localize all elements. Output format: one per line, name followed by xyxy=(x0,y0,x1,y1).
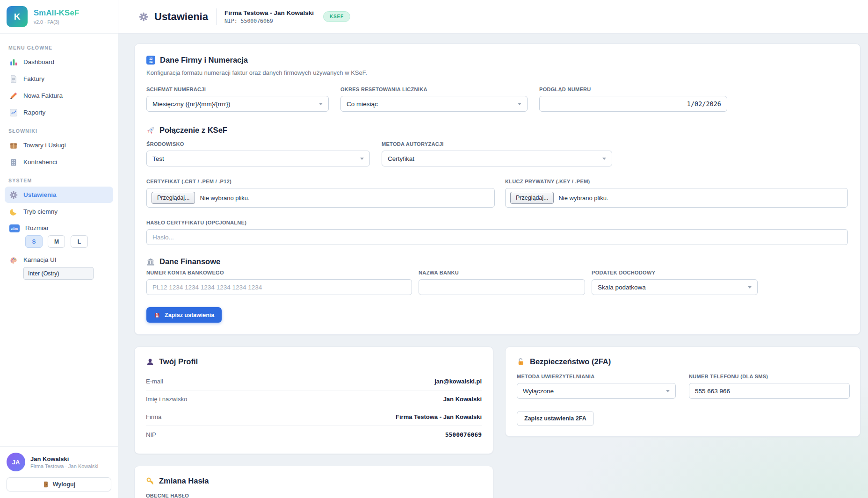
bank-name-input[interactable] xyxy=(419,279,585,295)
key-icon xyxy=(146,477,154,485)
profile-row-value: jan@kowalski.pl xyxy=(434,378,482,385)
profile-row-label: Imię i nazwisko xyxy=(146,396,187,403)
certificate-label: CERTYFIKAT (.CRT / .PEM / .P12) xyxy=(146,179,495,184)
header-company: Firma Testowa - Jan Kowalski xyxy=(224,9,314,16)
divider xyxy=(216,8,217,25)
password-title-row: Zmiana Hasła xyxy=(146,476,482,485)
reset-period-select[interactable]: Co miesiąc xyxy=(340,96,528,112)
size-button-s[interactable]: S xyxy=(25,235,43,248)
sidebar-item-label: Raporty xyxy=(23,109,45,116)
profile-row-label: NIP xyxy=(146,431,156,438)
private-key-file-input[interactable]: Przeglądaj... Nie wybrano pliku. xyxy=(505,188,848,208)
bank-account-input[interactable] xyxy=(146,279,412,295)
numbering-scheme-select[interactable]: Miesięczny ({nr}/{mm}/{rrrr}) xyxy=(146,96,329,112)
sidebar-item-kontrahenci[interactable]: Kontrahenci xyxy=(5,154,113,170)
save-settings-button[interactable]: Zapisz ustawienia xyxy=(146,307,222,323)
number-preview-label: PODGLĄD NUMERU xyxy=(539,87,727,92)
moon-icon xyxy=(9,208,18,216)
schema-label: SCHEMAT NUMERACJI xyxy=(146,87,329,92)
palette-icon xyxy=(9,256,18,265)
private-key-browse-button[interactable]: Przeglądaj... xyxy=(510,192,554,204)
bar-chart-icon xyxy=(9,58,18,66)
pencil-icon xyxy=(9,92,18,100)
profile-row-email: E-mail jan@kowalski.pl xyxy=(146,373,482,390)
sidebar-item-nowa-faktura[interactable]: Nowa Faktura xyxy=(5,87,113,104)
brand-logo: K xyxy=(7,6,28,27)
sidebar-user-box: JA Jan Kowalski Firma Testowa - Jan Kowa… xyxy=(0,446,118,498)
brand-name: SmAll-KSeF xyxy=(34,8,79,18)
twofa-method-label: METODA UWIERZYTELNIANIA xyxy=(517,374,676,379)
income-tax-select[interactable]: Skala podatkowa xyxy=(592,279,758,295)
main-area: Ustawienia Firma Testowa - Jan Kowalski … xyxy=(118,0,868,498)
environment-select[interactable]: Test xyxy=(146,151,370,166)
content: 1234 Dane Firmy i Numeracja Konfiguracja… xyxy=(118,34,868,498)
sidebar-item-towary[interactable]: Towary i Usługi xyxy=(5,137,113,153)
profile-title: Twój Profil xyxy=(159,357,198,366)
settings-card: 1234 Dane Firmy i Numeracja Konfiguracja… xyxy=(134,43,861,335)
theme-select[interactable]: Inter (Ostry) xyxy=(23,267,94,280)
certificate-file-input[interactable]: Przeglądaj... Nie wybrano pliku. xyxy=(146,188,495,208)
size-button-l[interactable]: L xyxy=(71,235,88,248)
ksef-section-title-row: Połączenie z KSeF xyxy=(146,126,848,135)
bank-account-label: NUMER KONTA BANKOWEGO xyxy=(146,270,412,275)
profile-row-value: 5500076069 xyxy=(445,431,482,438)
number-preview-input[interactable] xyxy=(539,96,727,112)
certificate-browse-button[interactable]: Przeglądaj... xyxy=(152,192,195,204)
save-settings-label: Zapisz ustawienia xyxy=(165,312,214,318)
income-tax-label: PODATEK DOCHODOWY xyxy=(592,270,758,275)
avatar: JA xyxy=(7,453,25,471)
twofa-method-select[interactable]: Wyłączone xyxy=(517,383,676,399)
size-label: Rozmiar xyxy=(25,224,91,231)
sidebar-item-tryb-ciemny[interactable]: Tryb ciemny xyxy=(5,203,113,220)
auth-method-label: METODA AUTORYZACJI xyxy=(382,141,612,147)
user-company: Firma Testowa - Jan Kowalski xyxy=(30,463,98,469)
brand-version: v2.0 · FA(3) xyxy=(34,19,79,25)
profile-row-company: Firma Firma Testowa - Jan Kowalski xyxy=(146,408,482,426)
firm-section-title-row: 1234 Dane Firmy i Numeracja xyxy=(146,56,848,65)
chevron-down-icon xyxy=(602,158,606,160)
profile-row-value: Firma Testowa - Jan Kowalski xyxy=(396,413,482,420)
theme-widget: Karnacja UI Inter (Ostry) xyxy=(5,253,113,283)
sidebar-item-faktury[interactable]: Faktury xyxy=(5,71,113,87)
environment-label: ŚRODOWISKO xyxy=(146,141,370,147)
profile-row-label: Firma xyxy=(146,413,161,420)
sidebar-item-label: Faktury xyxy=(23,75,44,82)
package-icon xyxy=(9,141,18,150)
rocket-icon xyxy=(146,126,155,135)
password-title: Zmiana Hasła xyxy=(159,476,209,485)
save-2fa-button[interactable]: Zapisz ustawienia 2FA xyxy=(517,411,594,426)
sidebar-item-raporty[interactable]: Raporty xyxy=(5,104,113,121)
document-icon xyxy=(9,75,18,83)
floppy-icon xyxy=(154,312,160,318)
sidebar-item-dashboard[interactable]: Dashboard xyxy=(5,54,113,70)
sidebar-nav: MENU GŁÓWNE Dashboard Faktury Nowa Faktu… xyxy=(0,34,118,446)
gear-icon xyxy=(9,191,18,199)
nav-section-dictionaries: SŁOWNIKI xyxy=(8,128,109,134)
income-tax-value: Skala podatkowa xyxy=(598,284,646,291)
twofa-title-row: Bezpieczeństwo (2FA) xyxy=(517,357,849,366)
logout-button[interactable]: Wyloguj xyxy=(7,477,111,491)
current-password-label: OBECNE HASŁO xyxy=(146,493,482,498)
page-title: Ustawienia xyxy=(154,11,208,23)
certificate-file-empty: Nie wybrano pliku. xyxy=(200,195,249,202)
password-change-card: Zmiana Hasła OBECNE HASŁO xyxy=(134,466,493,498)
size-widget: abc Rozmiar S M L xyxy=(5,221,113,252)
private-key-label: KLUCZ PRYWATNY (.KEY / .PEM) xyxy=(505,179,848,184)
cert-password-label: HASŁO CERTYFIKATU (OPCJONALNE) xyxy=(146,220,848,225)
sidebar-item-label: Nowa Faktura xyxy=(23,92,63,99)
profile-row-name: Imię i nazwisko Jan Kowalski xyxy=(146,390,482,408)
brand: K SmAll-KSeF v2.0 · FA(3) xyxy=(0,0,118,34)
sidebar-item-ustawienia[interactable]: Ustawienia xyxy=(5,187,113,203)
profile-row-value: Jan Kowalski xyxy=(443,396,482,403)
auth-method-select[interactable]: Certyfikat xyxy=(382,151,612,166)
door-icon xyxy=(43,481,49,488)
cert-password-input[interactable] xyxy=(146,229,848,245)
ksef-section-title: Połączenie z KSeF xyxy=(159,126,227,135)
sidebar-item-label: Tryb ciemny xyxy=(23,208,58,215)
theme-label: Karnacja UI xyxy=(23,256,94,263)
profile-card: Twój Profil E-mail jan@kowalski.pl Imię … xyxy=(134,346,493,454)
twofa-phone-input[interactable] xyxy=(689,383,850,399)
size-button-m[interactable]: M xyxy=(48,235,65,248)
numbering-scheme-value: Miesięczny ({nr}/{mm}/{rrrr}) xyxy=(152,101,231,108)
building-icon xyxy=(9,158,18,166)
